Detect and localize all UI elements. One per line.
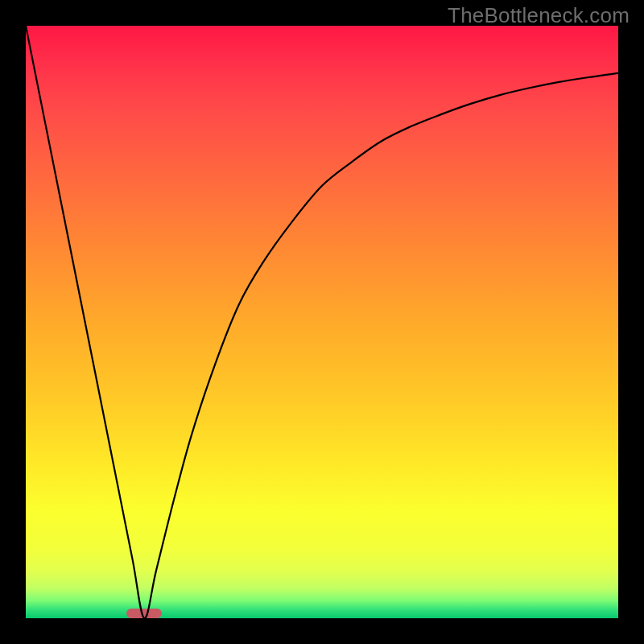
curve-path bbox=[26, 26, 618, 618]
chart-frame: TheBottleneck.com bbox=[0, 0, 644, 644]
watermark-text: TheBottleneck.com bbox=[448, 3, 630, 28]
plot-area bbox=[26, 26, 618, 618]
bottleneck-curve bbox=[26, 26, 618, 618]
